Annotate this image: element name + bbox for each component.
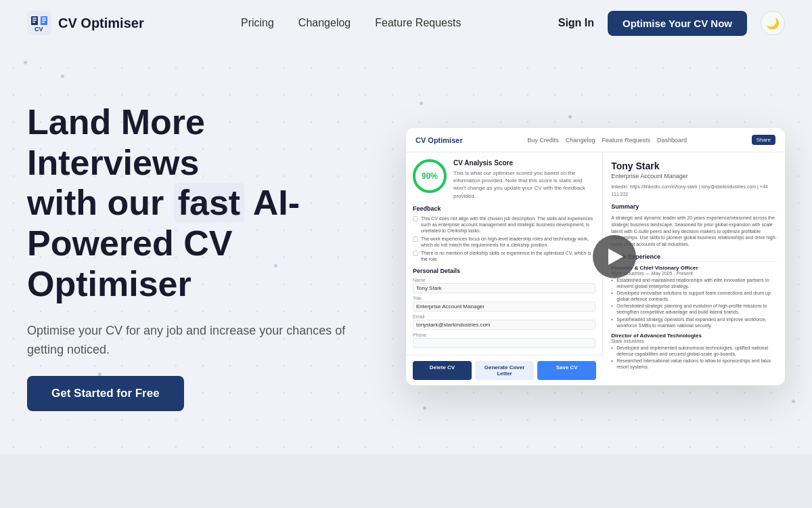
phone-label: Phone [413, 333, 595, 337]
cv-job-1-bullet-3: Orchestrated strategic planning and evol… [611, 303, 777, 315]
svg-text:CV: CV [35, 26, 43, 33]
email-field: Email tonystark@starkindustries.com [413, 314, 595, 330]
topbar-link-feature-requests: Feature Requests [602, 137, 650, 144]
cv-job-2-bullet-1: Developed and implemented autonomous tec… [611, 345, 777, 357]
hero-title-highlight: fast [174, 183, 244, 222]
name-label: Name [413, 278, 595, 282]
score-circle: 90% [413, 159, 447, 193]
optimize-cv-button[interactable]: Optimise Your CV Now [608, 11, 747, 36]
generate-cover-letter-button[interactable]: Generate Cover Letter [475, 361, 534, 380]
get-started-button[interactable]: Get Started for Free [27, 376, 184, 411]
nav-link-feature-requests[interactable]: Feature Requests [375, 17, 461, 29]
svg-rect-3 [32, 20, 37, 21]
topbar-link-credits: Buy Credits [527, 137, 559, 144]
title-label: Title [413, 296, 595, 301]
topbar-share-btn[interactable]: Share [752, 135, 775, 145]
feedback-checkbox-2 [413, 236, 418, 242]
score-description: This is what our optimiser scored you ba… [453, 169, 595, 200]
feedback-item-3: There is no mention of clerkship skills … [413, 250, 595, 262]
svg-rect-2 [32, 18, 37, 19]
cv-job-1-bullet-2: Developed innovative solutions to suppor… [611, 290, 777, 302]
topbar-link-changelog: Changelog [566, 137, 595, 144]
cv-job-1-bullet-4: Spearheaded strategy operators that expa… [611, 316, 777, 329]
delete-cv-button[interactable]: Delete CV [413, 361, 472, 380]
feedback-section: Feedback This CV does not align with the… [413, 205, 595, 263]
feedback-text-1: This CV does not align with the chosen j… [421, 215, 595, 234]
navbar: CV CV Optimiser Pricing Changelog Featur… [0, 0, 812, 46]
name-value: Tony Stark [413, 283, 595, 293]
feedback-text-2: The work experiences focus on high-level… [421, 236, 595, 248]
cv-contact: linkedin: https://linkedin.com/in/tony-s… [611, 184, 777, 198]
app-topbar: CV Optimiser Buy Credits Changelog Featu… [406, 128, 785, 152]
app-topbar-logo: CV Optimiser [415, 136, 463, 144]
hero-title: Land More Interviews with our fast AI- P… [27, 102, 379, 305]
topbar-link-dashboard: Dashboard [657, 137, 687, 144]
svg-rect-4 [32, 22, 35, 23]
cv-job-2-company: Stark Industries [611, 339, 777, 343]
phone-field: Phone [413, 333, 595, 348]
feedback-text-3: There is no mention of clerkship skills … [421, 250, 595, 262]
personal-details-title: Personal Details [413, 268, 595, 274]
cv-job-1-bullet-1: Established and maintained relationships… [611, 277, 777, 289]
cv-job-2-bullet-2: Researched international value nations t… [611, 358, 777, 370]
email-label: Email [413, 314, 595, 319]
score-heading: CV Analysis Score [453, 159, 595, 167]
app-body: 90% CV Analysis Score This is what our o… [406, 152, 785, 385]
play-icon [608, 249, 623, 265]
app-topbar-right: Share [752, 135, 775, 145]
dark-mode-toggle[interactable]: 🌙 [761, 11, 785, 35]
cv-name: Tony Stark [611, 161, 777, 171]
svg-rect-7 [42, 20, 46, 21]
app-left-panel: 90% CV Analysis Score This is what our o… [406, 152, 603, 385]
hero-left: Land More Interviews with our fast AI- P… [27, 102, 379, 412]
cv-job-1: Founder & Chief Visionary Officer Stark … [611, 265, 777, 329]
logo-label: CV Optimiser [58, 16, 144, 31]
nav-link-changelog[interactable]: Changelog [298, 17, 351, 29]
play-button[interactable] [593, 235, 636, 278]
logo-icon: CV [27, 11, 51, 35]
svg-rect-8 [42, 22, 45, 23]
hero-title-line2-prefix: with our [27, 183, 174, 222]
nav-link-pricing[interactable]: Pricing [241, 17, 274, 29]
title-field: Title Enterprise Account Manager [413, 296, 595, 312]
hero-subtitle: Optimise your CV for any job and increas… [27, 321, 352, 360]
hero-title-line2-suffix: AI- [244, 183, 300, 222]
bottom-section [0, 454, 812, 508]
phone-value [413, 338, 595, 348]
feedback-item: This CV does not align with the chosen j… [413, 215, 595, 234]
svg-rect-6 [42, 18, 46, 19]
hero-right: CV Optimiser Buy Credits Changelog Featu… [406, 128, 785, 385]
cv-job-1-company: Stark Industries — May 2005 - Present [611, 271, 777, 276]
cv-job-2-title: Director of Advanced Technologies [611, 333, 777, 339]
logo[interactable]: CV CV Optimiser [27, 11, 144, 35]
hero-section: Land More Interviews with our fast AI- P… [0, 46, 812, 454]
nav-links: Pricing Changelog Feature Requests [241, 17, 461, 29]
hero-title-line1: Land More Interviews [27, 102, 205, 182]
sign-in-link[interactable]: Sign In [558, 17, 594, 29]
cv-summary: A strategic and dynamic leader with 20 y… [611, 215, 777, 248]
cv-job-1-title: Founder & Chief Visionary Officer [611, 265, 777, 271]
feedback-checkbox-3 [413, 251, 418, 256]
feedback-title: Feedback [413, 205, 595, 212]
app-topbar-links: Buy Credits Changelog Feature Requests D… [527, 137, 687, 144]
save-cv-button[interactable]: Save CV [537, 361, 596, 380]
personal-details-section: Personal Details Name Tony Stark Title E… [413, 268, 595, 348]
cv-job-title: Enterprise Account Manager [611, 173, 777, 179]
title-value: Enterprise Account Manager [413, 301, 595, 312]
analysis-score-section: 90% CV Analysis Score This is what our o… [413, 159, 595, 200]
app-bottom-buttons: Delete CV Generate Cover Letter Save CV [406, 355, 603, 385]
nav-actions: Sign In Optimise Your CV Now 🌙 [558, 11, 785, 36]
cv-summary-title: Summary [611, 203, 777, 212]
cv-job-2: Director of Advanced Technologies Stark … [611, 333, 777, 370]
name-field: Name Tony Stark [413, 278, 595, 293]
hero-title-line3: Powered CV Optimiser [27, 224, 232, 303]
score-info: CV Analysis Score This is what our optim… [453, 159, 595, 200]
email-value: tonystark@starkindustries.com [413, 320, 595, 330]
feedback-checkbox-1 [413, 216, 418, 221]
feedback-item-2: The work experiences focus on high-level… [413, 236, 595, 248]
